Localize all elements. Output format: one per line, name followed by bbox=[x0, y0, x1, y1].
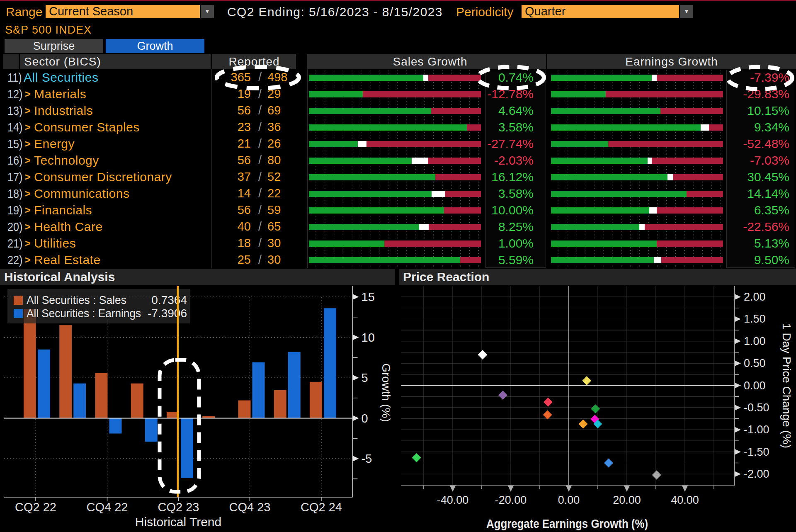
svg-text:-40.00: -40.00 bbox=[437, 494, 469, 506]
svg-text:1.00: 1.00 bbox=[744, 335, 766, 347]
svg-text:Historical Trend: Historical Trend bbox=[135, 515, 221, 529]
svg-text:Aggregate Earnings Growth (%): Aggregate Earnings Growth (%) bbox=[486, 517, 648, 530]
svg-text:All Securities : Earnings: All Securities : Earnings bbox=[27, 307, 141, 320]
svg-text:0.7364: 0.7364 bbox=[151, 294, 187, 306]
svg-text:0.50: 0.50 bbox=[744, 357, 766, 369]
svg-text:-20.00: -20.00 bbox=[495, 494, 527, 506]
svg-text:-7.3906: -7.3906 bbox=[148, 307, 187, 320]
svg-text:1 Day Price Change (%): 1 Day Price Change (%) bbox=[780, 323, 793, 448]
svg-text:CQ2 24: CQ2 24 bbox=[301, 500, 342, 514]
svg-text:15: 15 bbox=[362, 290, 375, 304]
svg-text:0: 0 bbox=[362, 412, 368, 425]
svg-text:-1.50: -1.50 bbox=[744, 446, 769, 458]
svg-text:-5: -5 bbox=[362, 452, 372, 465]
svg-text:CQ4 22: CQ4 22 bbox=[87, 500, 128, 514]
svg-text:CQ2 22: CQ2 22 bbox=[15, 500, 56, 514]
svg-text:5: 5 bbox=[362, 371, 368, 384]
svg-text:1.50: 1.50 bbox=[744, 313, 766, 325]
svg-text:0.00: 0.00 bbox=[744, 379, 766, 392]
svg-text:CQ4 23: CQ4 23 bbox=[229, 500, 271, 514]
svg-text:20.00: 20.00 bbox=[613, 494, 641, 506]
svg-text:0.00: 0.00 bbox=[558, 494, 580, 506]
svg-text:10: 10 bbox=[362, 331, 375, 344]
svg-text:All Securities : Sales: All Securities : Sales bbox=[27, 294, 126, 306]
svg-text:40.00: 40.00 bbox=[671, 494, 699, 506]
svg-text:-0.50: -0.50 bbox=[744, 401, 769, 414]
svg-text:CQ2 23: CQ2 23 bbox=[158, 500, 199, 514]
svg-text:-2.00: -2.00 bbox=[744, 468, 769, 480]
svg-text:-1.00: -1.00 bbox=[744, 423, 769, 436]
svg-text:Growth (%): Growth (%) bbox=[380, 363, 393, 422]
svg-text:2.00: 2.00 bbox=[744, 291, 766, 303]
